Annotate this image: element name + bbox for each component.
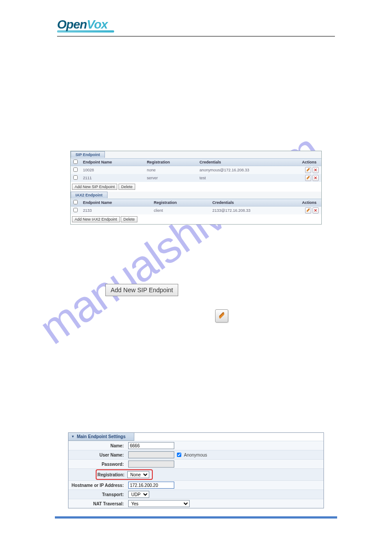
table-row: 10028 none anonymous@172.16.208.33: [71, 166, 321, 174]
hostname-field[interactable]: [128, 482, 174, 489]
label-password: Password:: [68, 461, 126, 468]
delete-icon[interactable]: [313, 167, 319, 173]
name-field[interactable]: [128, 442, 174, 449]
endpoint-tables-figure: SIP Endpoint Endpoint Name Registration …: [70, 151, 322, 225]
cell-name: 10028: [80, 166, 144, 174]
row-nat: NAT Traversal: Yes: [68, 499, 324, 508]
cell-name: 2133: [80, 207, 151, 215]
sip-col-reg: Registration: [144, 159, 197, 166]
iax-check-all[interactable]: [71, 199, 80, 207]
sip-col-cred: Credentials: [197, 159, 299, 166]
add-sip-button[interactable]: Add New SIP Endpoint: [72, 184, 117, 190]
registration-highlight: Registration: None: [96, 469, 153, 480]
iax-col-reg: Registration: [151, 199, 209, 207]
add-new-sip-endpoint-button[interactable]: Add New SIP Endpoint: [105, 284, 178, 296]
delete-icon[interactable]: [313, 175, 319, 181]
row-checkbox[interactable]: [73, 208, 78, 212]
iax-col-actions: Actions: [299, 199, 321, 207]
delete-sip-button[interactable]: Delete: [119, 184, 135, 190]
row-transport: Transport: UDP: [68, 490, 324, 499]
cell-reg: server: [144, 174, 197, 182]
sip-col-actions: Actions: [299, 159, 321, 166]
label-transport: Transport:: [68, 491, 126, 498]
footer-divider: [55, 516, 337, 519]
table-row: 2111 server test: [71, 174, 321, 182]
transport-select[interactable]: UDP: [128, 491, 149, 498]
anonymous-label: Anonymous: [184, 453, 207, 457]
password-field[interactable]: [128, 461, 174, 468]
row-checkbox[interactable]: [73, 175, 78, 180]
sip-button-row: Add New SIP Endpoint Delete: [71, 182, 321, 192]
label-name: Name:: [68, 442, 126, 450]
row-name: Name:: [68, 441, 324, 450]
edit-icon[interactable]: [305, 167, 311, 173]
iax-col-name: Endpoint Name: [80, 199, 151, 207]
settings-title-text: Main Endpoint Settings: [77, 434, 126, 439]
sip-table: Endpoint Name Registration Credentials A…: [71, 158, 321, 182]
cell-cred: test: [197, 174, 299, 182]
pencil-edit-icon[interactable]: [215, 309, 228, 323]
cell-reg: client: [151, 207, 209, 215]
sip-col-name: Endpoint Name: [80, 159, 144, 166]
iax-table: Endpoint Name Registration Credentials A…: [71, 199, 321, 214]
delete-iax-button[interactable]: Delete: [121, 216, 137, 222]
label-registration: Registration:: [97, 472, 125, 477]
iax-header-row: Endpoint Name Registration Credentials A…: [71, 199, 321, 207]
page-header: OpenVox: [57, 18, 335, 36]
main-endpoint-settings-panel: ▼ Main Endpoint Settings Name: User Name…: [68, 432, 324, 508]
sip-check-all[interactable]: [71, 159, 80, 166]
logo: OpenVox: [57, 18, 335, 32]
collapse-triangle-icon: ▼: [71, 435, 75, 439]
label-nat: NAT Traversal:: [68, 500, 126, 508]
nat-select[interactable]: Yes: [128, 500, 190, 507]
cell-cred: 2133@172.16.208.33: [210, 207, 299, 215]
row-registration: Registration: None: [68, 468, 324, 480]
edit-icon[interactable]: [305, 207, 311, 214]
iax-tab[interactable]: IAX2 Endpoint: [71, 192, 108, 198]
sip-header-row: Endpoint Name Registration Credentials A…: [71, 159, 321, 166]
anonymous-checkbox[interactable]: [177, 453, 181, 457]
iax-tab-header: IAX2 Endpoint: [71, 192, 321, 199]
settings-title-bar[interactable]: ▼ Main Endpoint Settings: [68, 433, 134, 441]
cell-cred: anonymous@172.16.208.33: [197, 166, 299, 174]
row-username: User Name: Anonymous: [68, 450, 324, 459]
label-hostname: Hostname or IP Address:: [68, 482, 126, 489]
edit-icon[interactable]: [305, 175, 311, 181]
label-username: User Name:: [68, 451, 126, 459]
add-iax-button[interactable]: Add New IAX2 Endpoint: [72, 216, 120, 222]
row-hostname: Hostname or IP Address:: [68, 480, 324, 490]
table-row: 2133 client 2133@172.16.208.33: [71, 207, 321, 215]
iax-col-cred: Credentials: [210, 199, 299, 207]
row-checkbox[interactable]: [73, 167, 78, 172]
registration-select[interactable]: None: [127, 471, 149, 478]
sip-tab[interactable]: SIP Endpoint: [71, 151, 105, 158]
username-field[interactable]: [128, 451, 174, 458]
cell-name: 2111: [80, 174, 144, 182]
delete-icon[interactable]: [313, 207, 319, 214]
row-password: Password:: [68, 459, 324, 468]
iax-button-row: Add New IAX2 Endpoint Delete: [71, 214, 321, 224]
sip-tab-header: SIP Endpoint: [71, 151, 321, 158]
cell-reg: none: [144, 166, 197, 174]
